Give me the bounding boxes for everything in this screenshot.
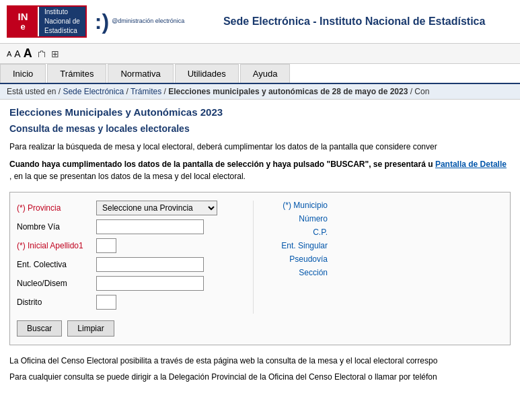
inicial-apellido-label: (*) Inicial Apellido1: [17, 241, 91, 250]
footer-text-2: Para cualquier consulta se puede dirigir…: [9, 371, 511, 383]
nav-ayuda[interactable]: Ayuda: [240, 64, 291, 83]
main-content: Elecciones Municipales y Autonómicas 202…: [0, 100, 520, 394]
breadcrumb-prefix: Está usted en /: [7, 87, 63, 96]
table-icon[interactable]: ⊞: [51, 48, 59, 59]
form-row-pseudovia: Pseudovía: [267, 254, 503, 264]
colon-icon: :): [95, 9, 109, 34]
nombre-via-input[interactable]: [96, 219, 204, 234]
breadcrumb-elecciones: Elecciones municipales y autonómicas de …: [168, 87, 408, 96]
font-size-large-button[interactable]: A: [24, 46, 32, 61]
nav-normativa[interactable]: Normativa: [108, 64, 173, 83]
nucleo-disem-input[interactable]: [96, 276, 204, 291]
ine-full-name: InstitutoNacional deEstadística: [39, 7, 85, 36]
admin-electronica-logo: :) @dministración electrónica: [95, 9, 185, 34]
form-row-municipio: (*) Municipio: [267, 201, 503, 210]
breadcrumb-sede[interactable]: Sede Electrónica: [63, 87, 124, 96]
page-title: Elecciones Municipales y Autonómicas 202…: [9, 106, 511, 118]
buscar-button[interactable]: Buscar: [17, 320, 62, 337]
search-form: (*) Provincia Seleccione una Provincia N…: [9, 192, 511, 345]
form-right-col: (*) Municipio Número C.P. Ent. Singular …: [253, 201, 503, 314]
ent-colectiva-label: Ent. Colectiva: [17, 260, 91, 269]
font-size-small-button[interactable]: A: [7, 50, 11, 58]
ent-colectiva-input[interactable]: [96, 257, 204, 272]
breadcrumb: Está usted en / Sede Electrónica / Trámi…: [0, 84, 520, 100]
footer-text-1: La Oficina del Censo Electoral posibilit…: [9, 355, 511, 367]
description-2-main: Cuando haya cumplimentado los datos de l…: [9, 160, 433, 169]
distrito-label: Distrito: [17, 298, 91, 307]
provincia-label: (*) Provincia: [17, 203, 91, 213]
accessibility-bar: A A A ⛫ ⊞: [0, 44, 520, 64]
nav-inicio[interactable]: Inicio: [0, 64, 46, 83]
form-row-inicial-apellido: (*) Inicial Apellido1: [17, 238, 253, 253]
nombre-via-label: Nombre Vía: [17, 222, 91, 232]
form-row-ent-singular: Ent. Singular: [267, 241, 503, 250]
font-size-medium-button[interactable]: A: [14, 48, 20, 59]
pseudovia-label: Pseudovía: [267, 254, 328, 264]
ine-logo-group: IN e InstitutoNacional deEstadística :) …: [7, 5, 184, 38]
form-row-nucleo-disem: Nucleo/Disem: [17, 276, 253, 291]
pantalla-detalle-link[interactable]: Pantalla de Detalle: [435, 160, 507, 169]
distrito-input[interactable]: [96, 295, 116, 310]
description-1: Para realizar la búsqueda de mesa y loca…: [9, 141, 511, 153]
main-navigation: Inicio Trámites Normativa Utilidades Ayu…: [0, 64, 520, 84]
ent-singular-label: Ent. Singular: [267, 241, 328, 250]
cp-label: C.P.: [267, 228, 328, 237]
form-left-col: (*) Provincia Seleccione una Provincia N…: [17, 201, 253, 314]
form-buttons: Buscar Limpiar: [17, 320, 503, 337]
section-title: Consulta de mesas y locales electorales: [9, 123, 511, 134]
nav-utilidades[interactable]: Utilidades: [175, 64, 239, 83]
description-2-after: , en la que se presentan los datos de la…: [9, 172, 246, 181]
form-row-nombre-via: Nombre Vía: [17, 219, 253, 234]
admin-label: @dministración electrónica: [112, 18, 184, 26]
nucleo-disem-label: Nucleo/Disem: [17, 279, 91, 288]
site-title: Sede Electrónica - Instituto Nacional de…: [195, 15, 513, 28]
seccion-label: Sección: [267, 268, 328, 277]
description-2: Cuando haya cumplimentado los datos de l…: [9, 158, 511, 182]
limpiar-button[interactable]: Limpiar: [67, 320, 114, 337]
inicial-apellido-input[interactable]: [96, 238, 116, 253]
provincia-select[interactable]: Seleccione una Provincia: [96, 201, 217, 215]
breadcrumb-tramites[interactable]: Trámites: [131, 87, 161, 96]
header: IN e InstitutoNacional deEstadística :) …: [0, 0, 520, 44]
form-row-cp: C.P.: [267, 228, 503, 237]
form-row-seccion: Sección: [267, 268, 503, 277]
form-row-distrito: Distrito: [17, 295, 253, 310]
municipio-label: (*) Municipio: [267, 201, 328, 210]
ine-logo: IN e: [8, 7, 38, 36]
form-row-ent-colectiva: Ent. Colectiva: [17, 257, 253, 272]
sitemap-icon[interactable]: ⛫: [38, 48, 47, 59]
form-row-numero: Número: [267, 214, 503, 223]
numero-label: Número: [267, 214, 328, 223]
nav-tramites[interactable]: Trámites: [47, 64, 106, 83]
form-row-provincia: (*) Provincia Seleccione una Provincia: [17, 201, 253, 215]
